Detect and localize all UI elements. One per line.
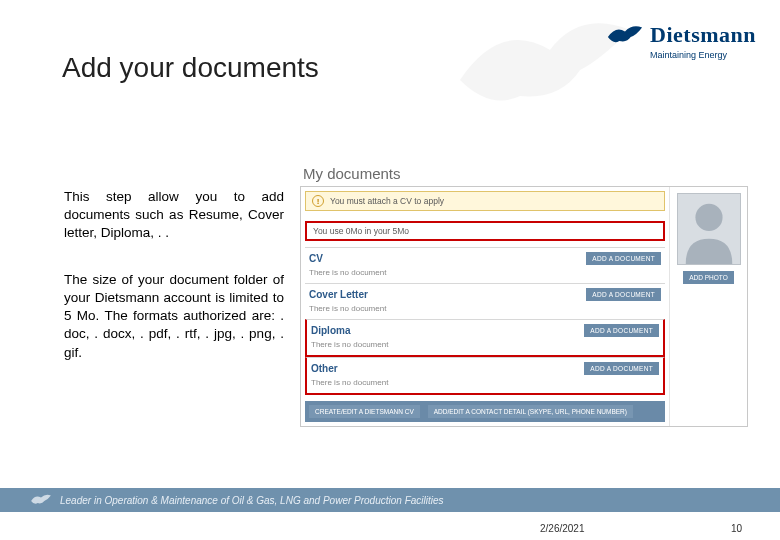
- section-empty-text: There is no document: [311, 378, 659, 387]
- slide-date: 2/26/2021: [540, 523, 585, 534]
- brand-tagline: Maintaining Energy: [650, 50, 756, 60]
- section-cv: CV ADD A DOCUMENT There is no document: [305, 247, 665, 283]
- panel-heading: My documents: [301, 165, 401, 188]
- brand-name: Dietsmann: [650, 22, 756, 48]
- slide-footer: Leader in Operation & Maintenance of Oil…: [0, 488, 780, 512]
- add-contact-button[interactable]: ADD/EDIT A CONTACT DETAIL (SKYPE, URL, P…: [428, 405, 633, 418]
- instruction-para-2: The size of your document folder of your…: [64, 271, 284, 362]
- section-label: Cover Letter: [309, 289, 368, 300]
- add-document-button[interactable]: ADD A DOCUMENT: [584, 324, 659, 337]
- panel-action-bar: CREATE/EDIT A DIETSMANN CV ADD/EDIT A CO…: [305, 401, 665, 422]
- section-label: CV: [309, 253, 323, 264]
- instruction-column: This step allow you to add documents suc…: [64, 188, 284, 362]
- storage-usage: You use 0Mo in your 5Mo: [305, 221, 665, 241]
- dove-icon: [30, 491, 52, 509]
- instruction-para-1: This step allow you to add documents suc…: [64, 188, 284, 243]
- warning-text: You must attach a CV to apply: [330, 196, 444, 206]
- documents-panel: My documents ! You must attach a CV to a…: [300, 186, 748, 427]
- create-cv-button[interactable]: CREATE/EDIT A DIETSMANN CV: [309, 405, 420, 418]
- section-empty-text: There is no document: [309, 268, 661, 277]
- page-title: Add your documents: [62, 52, 319, 84]
- svg-point-0: [695, 204, 722, 231]
- brand-logo: Dietsmann Maintaining Energy: [606, 20, 756, 60]
- section-cover-letter: Cover Letter ADD A DOCUMENT There is no …: [305, 283, 665, 319]
- profile-photo-column: ADD PHOTO: [669, 187, 747, 426]
- add-document-button[interactable]: ADD A DOCUMENT: [586, 288, 661, 301]
- section-diploma: Diploma ADD A DOCUMENT There is no docum…: [305, 319, 665, 357]
- add-photo-button[interactable]: ADD PHOTO: [683, 271, 734, 284]
- avatar-placeholder: [677, 193, 741, 265]
- footer-tagline: Leader in Operation & Maintenance of Oil…: [60, 495, 444, 506]
- add-document-button[interactable]: ADD A DOCUMENT: [584, 362, 659, 375]
- section-label: Diploma: [311, 325, 350, 336]
- warning-banner: ! You must attach a CV to apply: [305, 191, 665, 211]
- section-empty-text: There is no document: [311, 340, 659, 349]
- warning-icon: !: [312, 195, 324, 207]
- section-other: Other ADD A DOCUMENT There is no documen…: [305, 357, 665, 395]
- add-document-button[interactable]: ADD A DOCUMENT: [586, 252, 661, 265]
- section-label: Other: [311, 363, 338, 374]
- slide-number: 10: [731, 523, 742, 534]
- section-empty-text: There is no document: [309, 304, 661, 313]
- dove-icon: [606, 20, 644, 50]
